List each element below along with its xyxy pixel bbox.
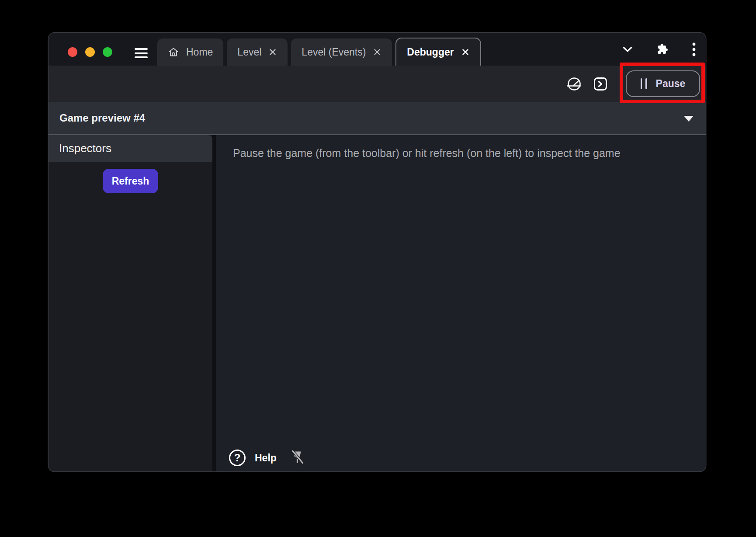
tab-debugger[interactable]: Debugger xyxy=(395,38,481,66)
help-row: ? Help xyxy=(228,449,305,467)
unpin-icon[interactable] xyxy=(290,449,305,467)
svg-text:?: ? xyxy=(234,452,241,464)
inspectors-header-label: Inspectors xyxy=(59,142,111,155)
more-options-icon[interactable] xyxy=(692,42,696,57)
help-label[interactable]: Help xyxy=(255,452,277,464)
refresh-button[interactable]: Refresh xyxy=(103,169,158,193)
tab-list: Home Level Level (Events) xyxy=(157,38,481,66)
extensions-puzzle-icon[interactable] xyxy=(656,43,669,56)
tab-label: Level xyxy=(237,46,261,58)
close-tab-icon[interactable] xyxy=(268,48,277,56)
close-window-button[interactable] xyxy=(68,47,77,57)
pause-button-label: Pause xyxy=(656,78,686,90)
tabstrip-actions xyxy=(622,33,696,66)
game-preview-title: Game preview #4 xyxy=(59,112,145,124)
help-icon[interactable]: ? xyxy=(228,449,246,467)
inspectors-sidebar: Inspectors Refresh xyxy=(49,135,212,471)
pause-icon xyxy=(641,78,647,89)
maximize-window-button[interactable] xyxy=(103,47,112,57)
game-preview-selector[interactable]: Game preview #4 xyxy=(49,102,706,135)
close-tab-icon[interactable] xyxy=(373,48,381,56)
home-icon xyxy=(168,46,179,58)
inspector-main-panel: Pause the game (from the toolbar) or hit… xyxy=(216,135,706,471)
chevron-down-icon[interactable] xyxy=(622,44,633,55)
debugger-window: Home Level Level (Events) xyxy=(49,33,706,471)
debugger-toolbar: Pause xyxy=(49,66,706,102)
profiler-icon[interactable] xyxy=(566,76,582,92)
console-icon[interactable] xyxy=(593,77,607,91)
minimize-window-button[interactable] xyxy=(85,47,95,57)
tab-level-events[interactable]: Level (Events) xyxy=(291,38,392,66)
inspectors-header: Inspectors xyxy=(49,135,212,162)
window-controls xyxy=(68,47,112,57)
inspector-hint-message: Pause the game (from the toolbar) or hit… xyxy=(216,135,706,160)
close-tab-icon[interactable] xyxy=(461,48,470,56)
pause-button[interactable]: Pause xyxy=(626,70,700,97)
tab-strip: Home Level Level (Events) xyxy=(49,33,706,66)
tab-home[interactable]: Home xyxy=(157,38,223,66)
debugger-content: Inspectors Refresh Pause the game (from … xyxy=(49,135,706,471)
tab-label: Home xyxy=(186,46,213,58)
tab-label: Level (Events) xyxy=(302,46,366,58)
tab-label: Debugger xyxy=(407,46,454,58)
main-menu-icon[interactable] xyxy=(135,48,148,58)
toolbar-actions: Pause xyxy=(566,66,700,102)
dropdown-caret-icon[interactable] xyxy=(684,116,694,122)
tab-level[interactable]: Level xyxy=(227,38,288,66)
panel-divider xyxy=(212,135,216,471)
